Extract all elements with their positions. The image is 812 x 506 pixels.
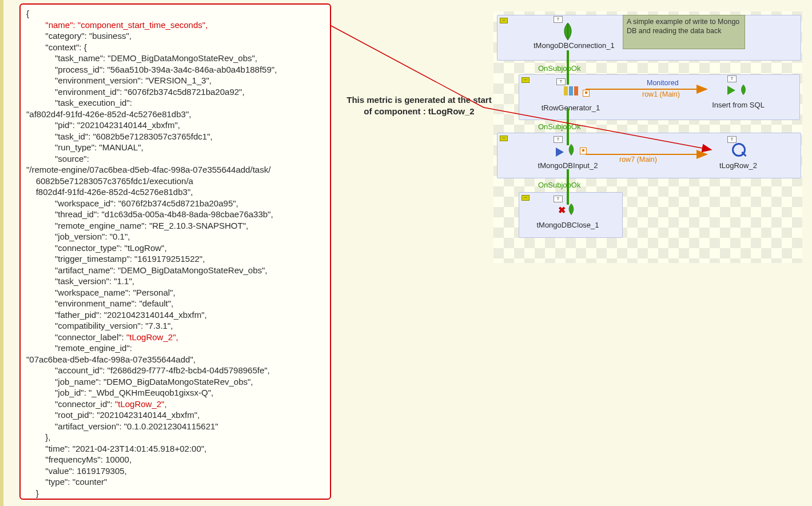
onsubjobok-label: OnSubjobOk [538, 122, 580, 131]
collapse-icon[interactable]: – [500, 136, 508, 141]
node-tmongodbinput[interactable]: T tMongoDBInput_2 [534, 142, 602, 170]
collapse-icon[interactable]: – [522, 195, 530, 201]
comment-box[interactable]: A simple example of write to Mongo DB an… [623, 15, 745, 49]
node-tmongodbconnection[interactable]: T tMongoDBConnection_1 [534, 22, 602, 50]
insert-icon: T [729, 81, 748, 101]
collapse-icon[interactable]: – [522, 77, 530, 83]
json-metric-panel: { "name": "component_start_time_seconds"… [19, 3, 331, 500]
callout-text: This metric is generated at the start of… [331, 94, 508, 117]
mongodb-input-icon: T [558, 142, 578, 161]
logrow-icon: T [729, 142, 748, 161]
mongodb-close-icon: T ✖ [558, 201, 578, 221]
mongodb-leaf-icon: T [558, 22, 578, 41]
node-tmongodbclose[interactable]: T ✖ tMongoDBClose_1 [534, 201, 602, 229]
node-tlogrow[interactable]: T tLogRow_2 [704, 142, 773, 170]
onsubjobok-label: OnSubjobOk [538, 181, 580, 189]
node-insert-from-sql[interactable]: T Insert from SQL [704, 81, 773, 109]
row1-label: row1 (Main) [642, 90, 680, 98]
collapse-icon[interactable]: – [500, 18, 508, 23]
json-code-block: { "name": "component_start_time_seconds"… [26, 8, 324, 499]
rowgen-icon: T [561, 84, 580, 103]
monitored-label: Monitored [647, 79, 679, 87]
row7-label: row7 (Main) [619, 156, 657, 164]
job-designer-canvas[interactable]: – A simple example of write to Mongo DB … [493, 11, 802, 263]
node-trowgenerator[interactable]: T tRowGenerator_1 [534, 81, 608, 112]
onsubjobok-label: OnSubjobOk [538, 64, 580, 73]
